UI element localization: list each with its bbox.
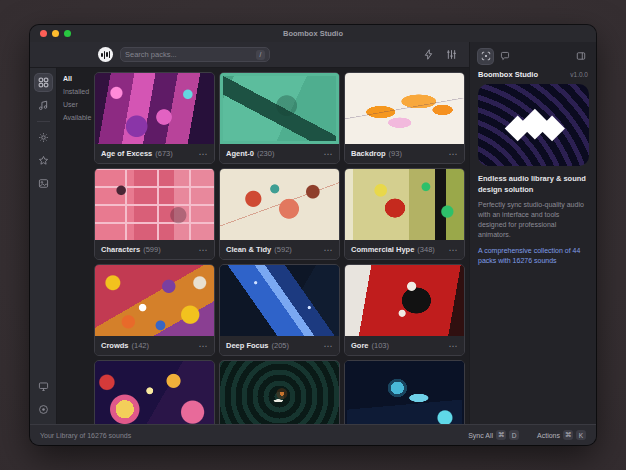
chat-icon[interactable] bbox=[497, 49, 512, 64]
search-input[interactable] bbox=[125, 50, 252, 59]
pack-card-age-of-excess[interactable]: Age of Excess (673) ⋯ bbox=[94, 72, 215, 164]
panel-version: v1.0.0 bbox=[570, 71, 588, 78]
pack-count: (93) bbox=[389, 149, 402, 158]
panel-collection-link[interactable]: A comprehensive collection of 44 packs w… bbox=[478, 246, 588, 266]
pack-card-cropped[interactable] bbox=[219, 360, 340, 424]
minimize-button[interactable] bbox=[52, 30, 59, 37]
pack-artwork bbox=[95, 361, 214, 424]
filter-all[interactable]: All bbox=[63, 75, 92, 82]
pack-menu-button[interactable]: ⋯ bbox=[449, 247, 459, 253]
pack-count: (230) bbox=[257, 149, 275, 158]
pack-card-clean-and-tidy[interactable]: Clean & Tidy (592) ⋯ bbox=[219, 168, 340, 260]
image-icon[interactable] bbox=[35, 175, 52, 192]
pack-card-characters[interactable]: Characters (599) ⋯ bbox=[94, 168, 215, 260]
pack-menu-button[interactable]: ⋯ bbox=[449, 343, 459, 349]
boombox-logo[interactable] bbox=[98, 47, 113, 62]
boombox-diamond-logo bbox=[491, 99, 577, 151]
pack-card-deep-focus[interactable]: Deep Focus (205) ⋯ bbox=[219, 264, 340, 356]
pack-card-crowds[interactable]: Crowds (142) ⋯ bbox=[94, 264, 215, 356]
pack-artwork bbox=[95, 169, 214, 240]
pack-count: (673) bbox=[155, 149, 173, 158]
pack-card-commercial-hype[interactable]: Commercial Hype (348) ⋯ bbox=[344, 168, 465, 260]
zoom-button[interactable] bbox=[64, 30, 71, 37]
filter-user[interactable]: User bbox=[63, 101, 92, 108]
pack-menu-button[interactable]: ⋯ bbox=[199, 343, 209, 349]
library-count-text: Your Library of 16276 sounds bbox=[40, 432, 131, 439]
pack-artwork bbox=[345, 169, 464, 240]
d-key: D bbox=[509, 430, 519, 440]
pack-artwork bbox=[95, 265, 214, 336]
pack-menu-button[interactable]: ⋯ bbox=[199, 151, 209, 157]
toolbar: / bbox=[30, 42, 469, 68]
library-grid-icon[interactable] bbox=[35, 74, 52, 91]
pack-card-cropped[interactable] bbox=[344, 360, 465, 424]
command-key: ⌘ bbox=[563, 430, 573, 440]
pack-menu-button[interactable]: ⋯ bbox=[449, 151, 459, 157]
pack-menu-button[interactable]: ⋯ bbox=[199, 247, 209, 253]
pack-menu-button[interactable]: ⋯ bbox=[324, 151, 334, 157]
pack-title: Crowds bbox=[101, 341, 129, 350]
pack-artwork bbox=[345, 265, 464, 336]
pack-title: Characters bbox=[101, 245, 140, 254]
panel-app-name: Boombox Studio bbox=[478, 70, 538, 79]
pack-artwork bbox=[220, 169, 339, 240]
pack-artwork bbox=[345, 361, 464, 424]
actions-button[interactable]: Actions ⌘ K bbox=[537, 430, 586, 440]
pack-artwork bbox=[220, 73, 339, 144]
pack-title: Gore bbox=[351, 341, 369, 350]
filter-list: All Installed User Available bbox=[57, 68, 92, 424]
info-panel: Boombox Studio v1.0.0 Endless audio libr… bbox=[469, 42, 596, 424]
pack-card-backdrop[interactable]: Backdrop (93) ⋯ bbox=[344, 72, 465, 164]
panel-toggle-icon[interactable] bbox=[573, 49, 588, 64]
desktop-background: Boombox Studio / bbox=[0, 0, 626, 470]
panel-description: Perfectly sync studio-quality audio with… bbox=[478, 200, 588, 241]
pack-count: (592) bbox=[274, 245, 292, 254]
pack-title: Deep Focus bbox=[226, 341, 269, 350]
k-key: K bbox=[576, 430, 586, 440]
command-key: ⌘ bbox=[496, 430, 506, 440]
star-icon[interactable] bbox=[35, 152, 52, 169]
panel-headline: Endless audio library & sound design sol… bbox=[478, 174, 588, 195]
status-bar: Your Library of 16276 sounds Sync All ⌘ … bbox=[30, 424, 596, 445]
scan-icon[interactable] bbox=[478, 49, 493, 64]
pack-title: Age of Excess bbox=[101, 149, 152, 158]
close-button[interactable] bbox=[40, 30, 47, 37]
search-bar[interactable]: / bbox=[120, 47, 270, 62]
pack-card-gore[interactable]: Gore (103) ⋯ bbox=[344, 264, 465, 356]
panel-artwork bbox=[478, 84, 589, 166]
zap-icon[interactable] bbox=[420, 47, 436, 63]
pack-count: (348) bbox=[417, 245, 435, 254]
filter-sliders-icon[interactable] bbox=[443, 47, 459, 63]
pack-card-cropped[interactable] bbox=[94, 360, 215, 424]
pack-artwork bbox=[95, 73, 214, 144]
sync-all-label: Sync All bbox=[468, 432, 493, 439]
window-title: Boombox Studio bbox=[30, 29, 596, 38]
pack-menu-button[interactable]: ⋯ bbox=[324, 343, 334, 349]
pack-menu-button[interactable]: ⋯ bbox=[324, 247, 334, 253]
filter-installed[interactable]: Installed bbox=[63, 88, 92, 95]
pack-artwork bbox=[220, 265, 339, 336]
pack-count: (103) bbox=[372, 341, 390, 350]
pack-title: Commercial Hype bbox=[351, 245, 414, 254]
pack-grid: Age of Excess (673) ⋯ Agent-0 (230) bbox=[92, 68, 469, 424]
pack-artwork bbox=[220, 361, 339, 424]
pack-count: (205) bbox=[272, 341, 290, 350]
pack-title: Backdrop bbox=[351, 149, 386, 158]
rail-divider bbox=[37, 121, 50, 122]
icon-rail bbox=[30, 68, 57, 424]
effects-gear-icon[interactable] bbox=[35, 129, 52, 146]
sync-all-button[interactable]: Sync All ⌘ D bbox=[468, 430, 519, 440]
search-shortcut-key: / bbox=[256, 50, 265, 60]
music-note-icon[interactable] bbox=[35, 97, 52, 114]
pack-count: (599) bbox=[143, 245, 161, 254]
display-icon[interactable] bbox=[35, 378, 52, 395]
actions-label: Actions bbox=[537, 432, 560, 439]
pack-artwork bbox=[345, 73, 464, 144]
titlebar: Boombox Studio bbox=[30, 25, 596, 42]
pack-title: Clean & Tidy bbox=[226, 245, 271, 254]
filter-available[interactable]: Available bbox=[63, 114, 92, 121]
pack-count: (142) bbox=[132, 341, 150, 350]
record-icon[interactable] bbox=[35, 401, 52, 418]
pack-card-agent-0[interactable]: Agent-0 (230) ⋯ bbox=[219, 72, 340, 164]
pack-title: Agent-0 bbox=[226, 149, 254, 158]
